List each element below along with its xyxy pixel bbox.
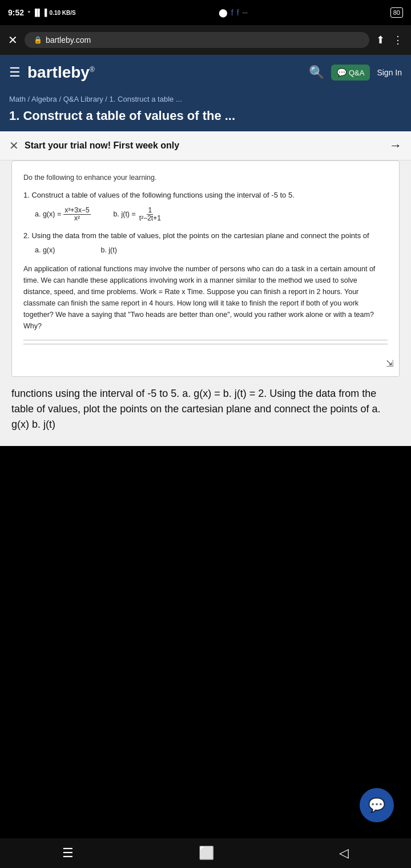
status-bar: 9:52 ⁺ ▐▌▐ 0.10 KB/S ⬤ f f ··· 80 xyxy=(0,0,411,25)
fraction-b: 1 t²−2t+1 xyxy=(138,207,162,222)
nav-home-button[interactable]: ⬜ xyxy=(199,846,214,861)
separator-1 xyxy=(23,340,388,340)
item1-text: 1. Construct a table of values of the fo… xyxy=(23,190,388,201)
math-expr-a: a. g(x) = x³+3x−5 x² xyxy=(35,207,91,222)
item2-text: 2. Using the data from the table of valu… xyxy=(23,230,388,242)
fraction-a: x³+3x−5 x² xyxy=(63,207,90,222)
nav-menu-button[interactable]: ☰ xyxy=(62,846,74,861)
numbered-item-2: 2. Using the data from the table of valu… xyxy=(23,230,388,255)
site-logo: bartleby® xyxy=(27,63,302,82)
sub-item-b: b. j(t) xyxy=(100,245,116,256)
chat-fab-icon: 💬 xyxy=(368,797,385,813)
qa-label: Q&A xyxy=(349,69,364,77)
time-display: 9:52 xyxy=(8,8,24,17)
application-text: An application of rational functions may… xyxy=(23,263,388,332)
breadcrumb: Math / Algebra / Q&A Library / 1. Constr… xyxy=(9,95,402,103)
ellipsis-icon: ··· xyxy=(243,9,248,16)
signal-bars: ▐▌▐ xyxy=(33,9,47,17)
status-center-icons: ⬤ f f ··· xyxy=(219,8,248,17)
kbs-display: 0.10 KB/S xyxy=(50,10,76,16)
breadcrumb-section: Math / Algebra / Q&A Library / 1. Constr… xyxy=(0,90,411,131)
math-expr-b: b. j(t) = 1 t²−2t+1 xyxy=(114,207,162,222)
trial-close-button[interactable]: ✕ xyxy=(9,139,19,152)
sign-in-button[interactable]: Sign In xyxy=(377,68,402,77)
resize-icon[interactable]: ⇲ xyxy=(386,357,393,371)
fb-icon: f xyxy=(231,8,233,17)
search-button[interactable]: 🔍 xyxy=(309,65,324,80)
blank-area xyxy=(23,351,388,368)
status-time: 9:52 ⁺ ▐▌▐ 0.10 KB/S xyxy=(8,8,76,17)
hamburger-menu[interactable]: ☰ xyxy=(9,65,21,80)
circle-icon: ⬤ xyxy=(219,8,228,17)
close-tab-button[interactable]: ✕ xyxy=(8,33,18,47)
status-right: 80 xyxy=(390,7,403,18)
lock-icon: 🔒 xyxy=(34,36,42,44)
url-text: bartleby.com xyxy=(46,35,91,45)
trial-arrow-button[interactable]: → xyxy=(389,138,402,153)
numbered-item-1: 1. Construct a table of values of the fo… xyxy=(23,190,388,222)
more-button[interactable]: ⋮ xyxy=(393,34,403,46)
sub-item-a: a. g(x) xyxy=(35,245,55,256)
trial-banner: ✕ Start your trial now! First week only … xyxy=(0,131,411,160)
main-content: ✕ Start your trial now! First week only … xyxy=(0,131,411,447)
nav-back-button[interactable]: ◁ xyxy=(339,846,349,861)
chat-fab-button[interactable]: 💬 xyxy=(360,788,394,822)
signal-dots: ⁺ xyxy=(27,10,30,16)
battery-indicator: 80 xyxy=(390,7,403,18)
browser-actions: ⬆ ⋮ xyxy=(376,34,403,46)
site-header: ☰ bartleby® 🔍 💬 Q&A Sign In xyxy=(0,55,411,90)
document-card: Do the following to enhance your learnin… xyxy=(11,160,400,377)
battery-level: 80 xyxy=(393,9,400,16)
separator-2 xyxy=(23,344,388,344)
share-button[interactable]: ⬆ xyxy=(376,34,385,46)
fb2-icon: f xyxy=(237,8,239,17)
qa-button[interactable]: 💬 Q&A xyxy=(331,65,370,81)
url-bar[interactable]: 🔒 bartleby.com xyxy=(25,32,369,48)
trial-text: Start your trial now! First week only xyxy=(19,140,389,151)
chat-icon: 💬 xyxy=(337,68,346,77)
sub-items: a. g(x) b. j(t) xyxy=(35,245,388,256)
math-expressions: a. g(x) = x³+3x−5 x² b. j(t) = 1 t²−2t+1 xyxy=(35,207,388,222)
bottom-navigation: ☰ ⬜ ◁ xyxy=(0,838,411,868)
summary-content: functions using the interval of -5 to 5.… xyxy=(11,388,380,430)
page-title: 1. Construct a table of values of the ..… xyxy=(9,108,402,124)
summary-text: functions using the interval of -5 to 5.… xyxy=(0,377,411,446)
do-following-text: Do the following to enhance your learnin… xyxy=(23,172,388,183)
browser-bar: ✕ 🔒 bartleby.com ⬆ ⋮ xyxy=(0,25,411,55)
